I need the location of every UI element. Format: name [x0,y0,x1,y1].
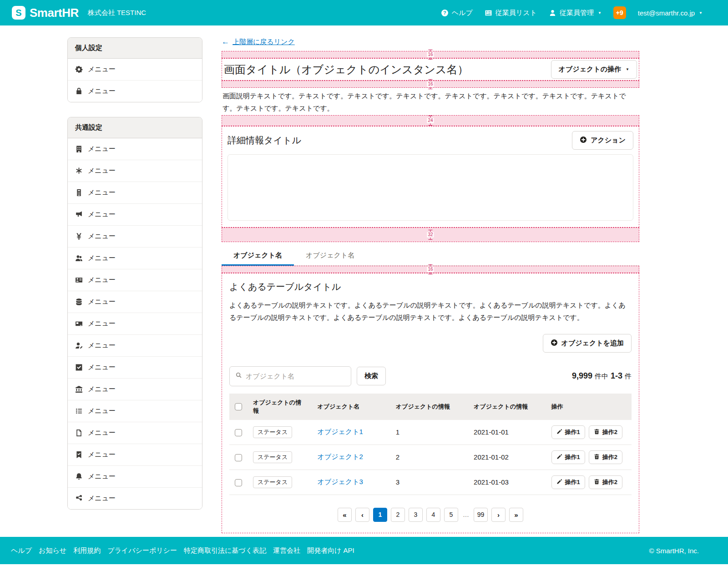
next-page-button[interactable]: › [491,508,506,522]
delete-button[interactable]: 操作2 [589,475,622,489]
sidebar-item[interactable]: メニュー [68,444,202,465]
edit-button[interactable]: 操作1 [551,475,585,489]
prev-page-button[interactable]: ‹ [355,508,369,522]
sidebar-item[interactable]: メニュー [68,225,202,247]
footer-link[interactable]: 運営会社 [273,546,300,555]
object-date-cell: 2021-01-03 [468,470,546,495]
row-checkbox[interactable] [235,479,242,486]
sidebar-section-title: 共通設定 [68,117,202,138]
copyright: © SmartHR, Inc. [649,547,699,555]
delete-button[interactable]: 操作2 [589,425,622,439]
page-2-button[interactable]: 2 [391,508,405,522]
asterisk-icon [75,167,83,175]
object-actions-button[interactable]: オブジェクトの操作 ▼ [551,60,637,79]
sidebar-item-label: メニュー [88,494,116,503]
sidebar-item[interactable]: メニュー [68,203,202,225]
tab-object-2[interactable]: オブジェクト名 [294,246,366,265]
footer-link[interactable]: お知らせ [39,546,66,555]
page-1-button[interactable]: 1 [373,508,387,522]
action-button[interactable]: アクション [572,131,633,150]
smarthr-logo[interactable]: S SmartHR [12,6,79,20]
account-dropdown[interactable]: test@smarthr.co.jp ▼ [638,9,703,17]
device-icon [75,189,83,197]
footer-link[interactable]: ヘルプ [11,546,32,555]
delete-button[interactable]: 操作2 [589,450,622,464]
sidebar-item[interactable]: メニュー [68,160,202,182]
sidebar-item[interactable]: メニュー [68,182,202,203]
sidebar-item-label: メニュー [88,232,116,241]
arrow-left-icon: ← [222,37,229,46]
sidebar-item[interactable]: メニュー [68,334,202,356]
app-footer: ヘルプお知らせ利用規約プライバシーポリシー特定商取引法に基づく表記運営会社開発者… [0,537,728,564]
page-99-button[interactable]: 99 [474,508,488,522]
sidebar-item[interactable]: メニュー [68,487,202,509]
sidebar-item[interactable]: メニュー [68,269,202,291]
object-link[interactable]: オブジェクト2 [317,453,363,460]
sidebar-item[interactable]: メニュー [68,247,202,269]
footer-link[interactable]: 開発者向け API [307,546,354,555]
sidebar-item[interactable]: メニュー [68,80,202,102]
row-checkbox[interactable] [235,454,242,461]
sidebar-item[interactable]: メニュー [68,400,202,422]
app-header: S SmartHR 株式会社 TESTINC ? ヘルプ 従業員リスト 従業員管… [0,0,728,25]
plus-circle-icon [551,339,558,348]
sidebar-item[interactable]: メニュー [68,313,202,334]
chevron-down-icon: ▼ [626,67,629,71]
employee-admin-dropdown[interactable]: 従業員管理 ▼ [549,9,602,17]
header-left: S SmartHR 株式会社 TESTINC [12,6,146,20]
action-button-label: アクション [591,136,626,145]
sidebar-item[interactable]: メニュー [68,356,202,378]
sidebar-item[interactable]: メニュー [68,138,202,160]
sidebar-item[interactable]: メニュー [68,465,202,487]
sidebar-item-label: メニュー [88,429,116,437]
search-button[interactable]: 検索 [357,367,386,385]
tab-object-1[interactable]: オブジェクト名 [222,246,294,265]
first-page-button[interactable]: « [338,508,352,522]
sidebar-item[interactable]: メニュー [68,291,202,313]
edit-button[interactable]: 操作1 [551,425,585,439]
chevron-down-icon: ▼ [699,11,703,15]
sidebar-item[interactable]: メニュー [68,59,202,80]
edit-button[interactable]: 操作1 [551,450,585,464]
page-3-button[interactable]: 3 [409,508,423,522]
spacing-annotation-32: 32 [222,227,639,242]
sidebar-item-label: メニュー [88,65,116,74]
sidebar-item-label: メニュー [88,167,116,175]
sidebar-item-label: メニュー [88,298,116,306]
row-checkbox[interactable] [235,429,242,436]
count-unit-end: 件 [625,372,632,381]
page-5-button[interactable]: 5 [444,508,458,522]
trash-icon [594,454,600,461]
sidebar-item[interactable]: メニュー [68,378,202,400]
bank-icon [75,385,83,393]
building-icon [75,145,83,153]
last-page-button[interactable]: » [509,508,523,522]
footer-link[interactable]: 利用規約 [73,546,101,555]
footer-link[interactable]: 特定商取引法に基づく表記 [184,546,266,555]
pagination: «‹12345…99›» [229,508,632,522]
main-content: ← 上階層に戻るリンク 16 画面タイトル（オブジェクトのインスタンス名） オブ… [222,37,639,533]
select-all-checkbox[interactable] [235,403,242,410]
add-object-row: オブジェクトを追加 [229,334,632,353]
search-input[interactable] [246,372,345,380]
sidebar-item-label: メニュー [88,87,116,96]
add-object-button[interactable]: オブジェクトを追加 [543,334,632,353]
page-title-block: 画面タイトル（オブジェクトのインスタンス名） オブジェクトの操作 ▼ [222,58,639,81]
add-object-label: オブジェクトを追加 [561,339,624,348]
help-link[interactable]: ? ヘルプ [441,9,473,17]
sidebar-item[interactable]: メニュー [68,422,202,444]
object-link[interactable]: オブジェクト1 [317,428,363,435]
footer-link[interactable]: プライバシーポリシー [107,546,177,555]
search-box [229,366,351,386]
object-link[interactable]: オブジェクト3 [317,478,363,485]
page-4-button[interactable]: 4 [426,508,440,522]
dimension-label: 16 [427,50,434,60]
employee-list-link[interactable]: 従業員リスト [485,9,537,17]
count-total: 9,999 [572,371,592,381]
sidebar-item-label: メニュー [88,341,116,350]
notification-badge[interactable]: +9 [613,6,626,19]
back-link[interactable]: ← 上階層に戻るリンク [222,37,295,46]
footer-links: ヘルプお知らせ利用規約プライバシーポリシー特定商取引法に基づく表記運営会社開発者… [11,546,354,555]
object-info-cell: 2 [390,445,468,470]
sidebar-item-label: メニュー [88,407,116,415]
